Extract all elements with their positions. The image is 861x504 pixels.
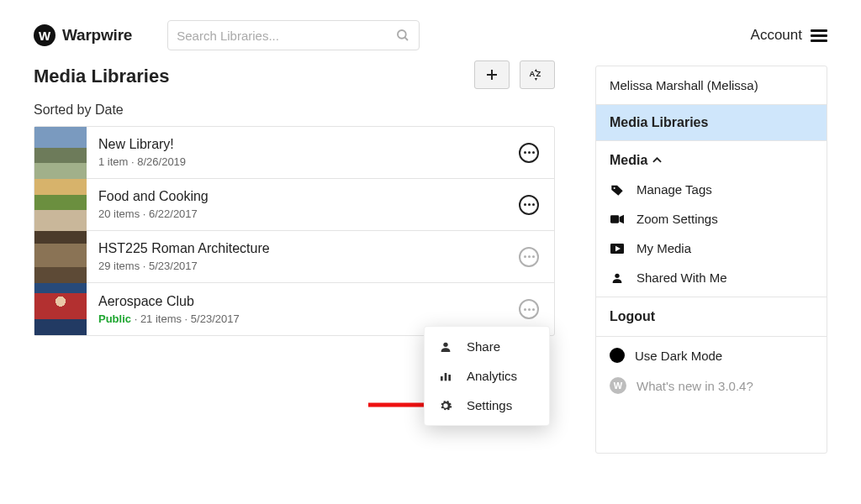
svg-point-0 <box>398 30 406 39</box>
chevron-up-icon <box>652 157 662 164</box>
svg-line-1 <box>405 37 409 40</box>
nav-manage-tags[interactable]: Manage Tags <box>596 175 827 204</box>
page-title: Media Libraries <box>34 66 169 87</box>
plus-icon <box>484 67 499 82</box>
nav-label: Shared With Me <box>637 270 727 285</box>
nav-label: Manage Tags <box>637 182 712 197</box>
svg-point-19 <box>615 273 619 277</box>
library-thumbnail <box>34 179 87 231</box>
svg-marker-16 <box>620 214 624 223</box>
svg-rect-15 <box>610 215 619 223</box>
library-title: Food and Cooking <box>98 189 519 204</box>
nav-shared-with-me[interactable]: Shared With Me <box>596 263 827 297</box>
sort-button[interactable]: A Z <box>520 60 555 89</box>
more-button[interactable] <box>519 195 539 215</box>
library-thumbnail <box>34 283 87 335</box>
whats-new-link[interactable]: W What's new in 3.0.4? <box>596 374 827 453</box>
account-panel: Melissa Marshall (Melissa) Media Librari… <box>595 66 827 454</box>
library-title: HST225 Roman Architecture <box>98 241 519 256</box>
play-icon <box>610 243 625 255</box>
library-thumbnail <box>34 127 87 179</box>
dark-mode-label: Use Dark Mode <box>635 349 722 363</box>
logo-small-icon: W <box>610 377 626 394</box>
library-title: Aerospace Club <box>98 294 519 309</box>
library-meta: 29 items · 5/23/2017 <box>98 260 519 272</box>
sort-az-icon: A Z <box>528 67 547 82</box>
library-meta: Public · 21 items · 5/23/2017 <box>98 312 519 325</box>
menu-share[interactable]: Share <box>425 332 549 361</box>
menu-analytics-label: Analytics <box>467 369 517 383</box>
more-button[interactable] <box>519 143 539 163</box>
library-list: New Library! 1 item · 8/26/2019 Food and… <box>34 126 555 336</box>
library-context-menu: Share Analytics Settings <box>424 326 550 426</box>
logo-mark-icon: W <box>34 24 55 46</box>
search-box[interactable] <box>167 20 420 50</box>
svg-text:A: A <box>530 69 536 78</box>
person-icon <box>610 271 625 285</box>
svg-rect-9 <box>441 376 443 381</box>
library-thumbnail <box>34 231 87 283</box>
logo[interactable]: W Warpwire <box>34 24 132 46</box>
nav-zoom-settings[interactable]: Zoom Settings <box>596 204 827 234</box>
svg-point-14 <box>614 186 615 188</box>
brand-name: Warpwire <box>62 26 132 45</box>
tag-icon <box>610 183 625 197</box>
library-meta: 1 item · 8/26/2019 <box>98 155 519 168</box>
add-library-button[interactable] <box>474 60 510 89</box>
nav-my-media[interactable]: My Media <box>596 234 827 263</box>
more-button[interactable] <box>519 247 539 267</box>
svg-rect-10 <box>445 373 447 381</box>
account-link[interactable]: Account <box>751 27 802 44</box>
menu-icon[interactable] <box>811 29 827 42</box>
svg-point-8 <box>443 342 447 346</box>
search-icon[interactable] <box>395 28 410 43</box>
svg-marker-7 <box>535 78 537 81</box>
library-row[interactable]: New Library! 1 item · 8/26/2019 <box>34 127 554 179</box>
search-input[interactable] <box>177 29 395 43</box>
library-title: New Library! <box>98 137 519 152</box>
panel-user: Melissa Marshall (Melissa) <box>596 66 827 105</box>
menu-analytics[interactable]: Analytics <box>425 361 549 391</box>
video-icon <box>610 213 625 225</box>
dark-mode-icon <box>610 348 625 363</box>
svg-rect-11 <box>448 375 451 381</box>
bar-chart-icon <box>438 370 453 383</box>
dark-mode-toggle[interactable]: Use Dark Mode <box>596 336 827 374</box>
svg-text:Z: Z <box>536 69 541 78</box>
menu-settings-label: Settings <box>467 398 512 412</box>
gear-icon <box>438 399 453 412</box>
more-button[interactable] <box>519 299 539 319</box>
menu-settings[interactable]: Settings <box>425 391 549 420</box>
person-icon <box>438 340 453 354</box>
menu-share-label: Share <box>467 339 500 354</box>
sorted-by-label: Sorted by Date <box>34 102 555 118</box>
logout-button[interactable]: Logout <box>596 297 827 336</box>
nav-label: Zoom Settings <box>637 212 718 226</box>
public-badge: Public <box>98 312 131 325</box>
library-meta: 20 items · 6/22/2017 <box>98 207 519 220</box>
whats-new-label: What's new in 3.0.4? <box>637 379 753 393</box>
nav-label: My Media <box>637 241 691 255</box>
panel-section-media[interactable]: Media <box>596 141 827 175</box>
panel-active-nav[interactable]: Media Libraries <box>596 105 827 141</box>
library-row[interactable]: HST225 Roman Architecture 29 items · 5/2… <box>34 231 554 283</box>
library-row[interactable]: Food and Cooking 20 items · 6/22/2017 <box>34 179 554 231</box>
